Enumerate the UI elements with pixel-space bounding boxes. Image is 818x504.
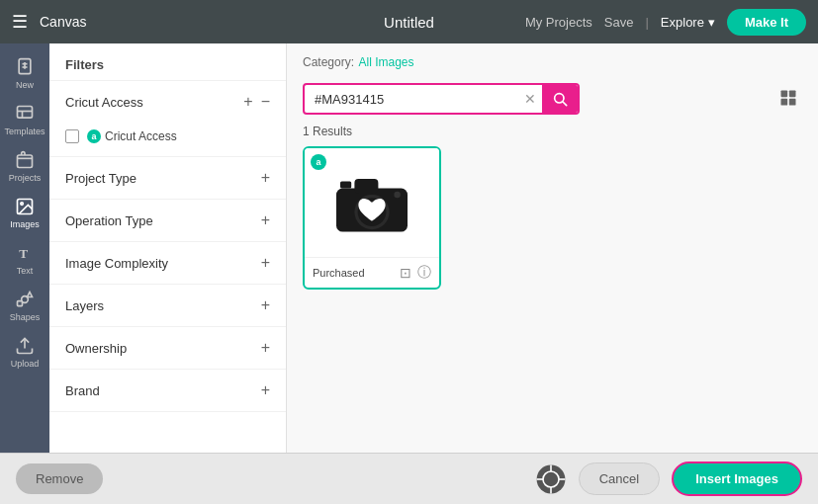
sidebar-item-templates[interactable]: Templates — [0, 98, 49, 142]
filter-section-cricut-access: Cricut Access + − a Cricut Access — [49, 81, 286, 157]
filter-section-brand: Brand + — [49, 370, 286, 412]
search-input-wrapper: ✕ — [303, 83, 580, 115]
sidebar-item-projects[interactable]: Projects — [0, 144, 49, 189]
svg-text:T: T — [19, 246, 28, 261]
my-projects-link[interactable]: My Projects — [525, 15, 592, 30]
topbar-right: My Projects Save | Explore ▾ Make It — [525, 9, 806, 36]
sidebar-item-shapes[interactable]: Shapes — [0, 284, 49, 328]
make-it-button[interactable]: Make It — [727, 9, 806, 36]
hamburger-menu-icon[interactable]: ☰ — [12, 11, 28, 33]
bottom-right-actions: Cancel Insert Images — [535, 462, 802, 496]
filter-section-brand-header[interactable]: Brand + — [49, 370, 286, 411]
filter-section-image-complexity: Image Complexity + — [49, 242, 286, 285]
svg-rect-17 — [781, 90, 788, 97]
svg-point-9 — [21, 203, 23, 206]
image-grid: a — [287, 146, 818, 453]
filter-section-project-type-header[interactable]: Project Type + — [49, 157, 286, 199]
sidebar-item-images[interactable]: Images — [0, 191, 49, 235]
sidebar-item-upload-label: Upload — [11, 359, 40, 369]
svg-marker-13 — [28, 293, 33, 297]
sidebar-item-images-label: Images — [10, 219, 40, 229]
grid-view-button[interactable] — [774, 84, 802, 115]
cricut-access-checkbox[interactable] — [65, 129, 79, 143]
search-submit-button[interactable] — [542, 85, 578, 113]
project-type-toggle-icon[interactable]: + — [261, 169, 270, 187]
text-icon: T — [15, 243, 35, 263]
sidebar-item-upload[interactable]: Upload — [0, 330, 49, 375]
brand-title: Brand — [65, 383, 100, 398]
filters-panel: Filters Cricut Access + − a Cric — [49, 43, 287, 453]
canvas-label: Canvas — [40, 14, 86, 30]
cricut-access-body: a Cricut Access — [49, 123, 286, 156]
explore-button[interactable]: Explore ▾ — [661, 15, 715, 30]
filter-section-cricut-access-header[interactable]: Cricut Access + − — [49, 81, 286, 123]
filter-item-cricut-access: a Cricut Access — [65, 126, 270, 146]
sidebar-item-shapes-label: Shapes — [10, 312, 41, 322]
image-complexity-title: Image Complexity — [65, 256, 168, 271]
filters-scroll: Cricut Access + − a Cricut Access — [49, 81, 286, 453]
image-card-footer: Purchased ⊡ ⓘ — [305, 257, 439, 288]
brand-toggle-icon[interactable]: + — [261, 381, 270, 399]
content-area: Category: All Images ✕ — [287, 43, 818, 453]
layers-title: Layers — [65, 298, 104, 313]
image-complexity-toggle-icon[interactable]: + — [261, 254, 270, 272]
images-icon — [15, 197, 35, 216]
filter-section-layers-header[interactable]: Layers + — [49, 285, 286, 326]
filter-section-operation-type-header[interactable]: Operation Type + — [49, 200, 286, 241]
ownership-toggle-icon[interactable]: + — [261, 339, 270, 357]
filter-section-operation-type: Operation Type + — [49, 200, 286, 242]
image-card-info-icon[interactable]: ⓘ — [417, 264, 431, 282]
results-count: 1 Results — [287, 121, 818, 146]
avatar-icon[interactable] — [535, 463, 567, 495]
filter-section-layers: Layers + — [49, 285, 286, 327]
search-input[interactable] — [305, 86, 518, 113]
svg-rect-19 — [781, 98, 788, 105]
chevron-down-icon: ▾ — [708, 15, 715, 30]
svg-rect-22 — [354, 179, 378, 193]
sidebar-item-text-label: Text — [17, 266, 34, 276]
view-toggle — [774, 84, 802, 115]
document-title[interactable]: Untitled — [384, 14, 434, 31]
filter-section-image-complexity-header[interactable]: Image Complexity + — [49, 242, 286, 284]
sidebar-item-new[interactable]: New — [0, 51, 49, 96]
sidebar-item-text[interactable]: T Text — [0, 237, 49, 282]
sidebar-item-templates-label: Templates — [4, 126, 45, 136]
content-header: Category: All Images — [287, 43, 818, 77]
filter-section-ownership: Ownership + — [49, 327, 286, 370]
image-card-badge: a — [311, 154, 326, 170]
projects-icon — [15, 150, 35, 170]
image-grid-inner: a — [303, 146, 802, 290]
templates-icon — [15, 104, 35, 124]
category-link[interactable]: All Images — [358, 55, 413, 69]
camera-heart-image — [332, 163, 411, 242]
new-icon — [15, 57, 35, 77]
remove-button[interactable]: Remove — [16, 463, 103, 494]
image-card-check-icon[interactable]: ⊡ — [400, 265, 411, 281]
shapes-icon — [15, 290, 35, 309]
project-type-title: Project Type — [65, 171, 136, 186]
main-layout: New Templates Projects Ima — [0, 43, 818, 453]
cricut-access-add-icon[interactable]: + — [243, 93, 252, 111]
svg-rect-18 — [789, 90, 796, 97]
icon-sidebar: New Templates Projects Ima — [0, 43, 49, 453]
search-icon — [552, 91, 568, 107]
cancel-button[interactable]: Cancel — [579, 462, 660, 495]
topbar-divider: | — [645, 15, 648, 30]
operation-type-toggle-icon[interactable]: + — [261, 211, 270, 229]
category-label: Category: — [303, 55, 354, 69]
cricut-badge: a — [87, 129, 101, 143]
svg-line-16 — [563, 102, 567, 106]
svg-rect-20 — [789, 98, 796, 105]
image-card[interactable]: a — [303, 146, 441, 290]
topbar: ☰ Canvas Untitled My Projects Save | Exp… — [0, 0, 818, 43]
ownership-title: Ownership — [65, 341, 127, 356]
insert-images-button[interactable]: Insert Images — [672, 462, 802, 496]
cricut-access-collapse-icon[interactable]: − — [261, 93, 270, 111]
sidebar-item-new-label: New — [16, 80, 34, 90]
grid-view-icon — [778, 88, 798, 108]
svg-rect-23 — [340, 181, 351, 188]
layers-toggle-icon[interactable]: + — [261, 296, 270, 314]
search-clear-button[interactable]: ✕ — [518, 87, 542, 111]
filter-section-ownership-header[interactable]: Ownership + — [49, 327, 286, 369]
save-button[interactable]: Save — [604, 15, 634, 30]
